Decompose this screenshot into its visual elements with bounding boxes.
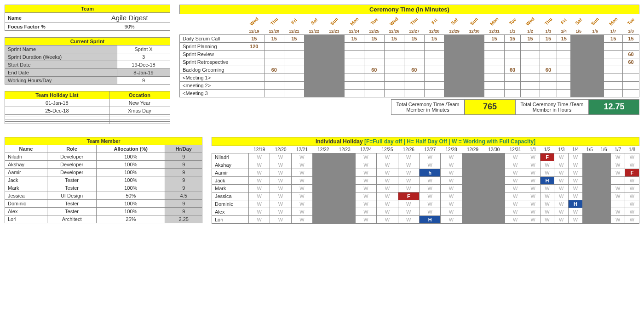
ceremony-cell[interactable]: 15 <box>284 34 305 42</box>
ceremony-cell[interactable] <box>344 66 364 74</box>
indiv-cell[interactable]: W <box>377 208 398 216</box>
indiv-cell[interactable]: W <box>611 192 625 200</box>
ceremony-cell[interactable]: 15 <box>364 34 385 42</box>
indiv-cell[interactable]: W <box>441 200 462 208</box>
indiv-cell[interactable]: W <box>355 153 376 161</box>
ceremony-cell[interactable] <box>484 50 505 58</box>
ceremony-cell[interactable] <box>304 81 324 89</box>
indiv-cell[interactable]: W <box>377 216 398 224</box>
ceremony-cell[interactable] <box>444 89 465 97</box>
ceremony-cell[interactable] <box>324 81 345 89</box>
indiv-cell[interactable]: W <box>420 208 441 216</box>
indiv-cell[interactable]: W <box>554 161 569 169</box>
indiv-cell[interactable]: W <box>355 192 376 200</box>
ceremony-cell[interactable] <box>404 42 425 50</box>
indiv-cell[interactable] <box>597 208 611 216</box>
indiv-cell[interactable] <box>334 177 355 185</box>
indiv-cell[interactable]: W <box>291 153 312 161</box>
indiv-cell[interactable]: W <box>441 177 462 185</box>
indiv-cell[interactable]: W <box>625 161 639 169</box>
ceremony-cell[interactable] <box>284 66 305 74</box>
indiv-cell[interactable] <box>483 169 505 177</box>
ceremony-cell[interactable] <box>571 89 586 97</box>
indiv-cell[interactable] <box>462 208 483 216</box>
ceremony-cell[interactable] <box>344 74 364 81</box>
indiv-cell[interactable] <box>334 208 355 216</box>
indiv-cell[interactable]: W <box>398 216 419 224</box>
ceremony-cell[interactable] <box>521 89 540 97</box>
ceremony-cell[interactable] <box>284 89 305 97</box>
indiv-cell[interactable]: W <box>569 177 583 185</box>
indiv-cell[interactable]: H <box>569 200 583 208</box>
ceremony-cell[interactable] <box>304 58 324 66</box>
indiv-cell[interactable]: W <box>398 161 419 169</box>
indiv-cell[interactable] <box>483 185 505 192</box>
ceremony-cell[interactable]: 15 <box>244 34 264 42</box>
indiv-cell[interactable]: W <box>291 169 312 177</box>
indiv-cell[interactable] <box>611 177 625 185</box>
indiv-cell[interactable]: W <box>569 153 583 161</box>
ceremony-cell[interactable] <box>384 58 404 66</box>
indiv-cell[interactable] <box>313 169 334 177</box>
indiv-cell[interactable]: W <box>270 153 291 161</box>
ceremony-cell[interactable] <box>424 50 444 58</box>
indiv-cell[interactable]: F <box>625 169 639 177</box>
indiv-cell[interactable]: W <box>291 185 312 192</box>
indiv-cell[interactable]: W <box>625 200 639 208</box>
ceremony-cell[interactable] <box>444 81 465 89</box>
indiv-cell[interactable]: W <box>441 216 462 224</box>
ceremony-cell[interactable] <box>484 81 505 89</box>
indiv-cell[interactable] <box>597 216 611 224</box>
indiv-cell[interactable]: W <box>540 200 554 208</box>
ceremony-cell[interactable] <box>521 81 540 89</box>
ceremony-cell[interactable] <box>264 89 284 97</box>
ceremony-cell[interactable] <box>464 89 484 97</box>
indiv-cell[interactable]: W <box>569 216 583 224</box>
indiv-cell[interactable]: W <box>505 177 526 185</box>
indiv-cell[interactable]: W <box>355 169 376 177</box>
ceremony-cell[interactable] <box>623 42 639 50</box>
ceremony-cell[interactable] <box>364 42 385 50</box>
indiv-cell[interactable]: W <box>249 200 270 208</box>
ceremony-cell[interactable] <box>540 42 557 50</box>
indiv-cell[interactable] <box>462 169 483 177</box>
indiv-cell[interactable] <box>313 161 334 169</box>
ceremony-cell[interactable] <box>324 66 345 74</box>
ceremony-cell[interactable] <box>384 50 404 58</box>
ceremony-cell[interactable] <box>571 58 586 66</box>
ceremony-cell[interactable] <box>604 74 623 81</box>
indiv-cell[interactable]: W <box>270 185 291 192</box>
ceremony-cell[interactable] <box>444 74 465 81</box>
indiv-cell[interactable]: W <box>249 161 270 169</box>
ceremony-cell[interactable] <box>540 89 557 97</box>
indiv-cell[interactable]: W <box>441 185 462 192</box>
indiv-cell[interactable]: W <box>625 192 639 200</box>
indiv-cell[interactable]: W <box>526 216 540 224</box>
indiv-cell[interactable] <box>462 153 483 161</box>
indiv-cell[interactable]: W <box>441 161 462 169</box>
indiv-cell[interactable]: W <box>526 161 540 169</box>
indiv-cell[interactable] <box>313 177 334 185</box>
ceremony-cell[interactable] <box>284 81 305 89</box>
ceremony-cell[interactable] <box>504 89 521 97</box>
indiv-cell[interactable] <box>483 216 505 224</box>
ceremony-cell[interactable] <box>504 50 521 58</box>
ceremony-cell[interactable] <box>344 89 364 97</box>
ceremony-cell[interactable] <box>623 89 639 97</box>
ceremony-cell[interactable] <box>586 66 604 74</box>
ceremony-cell[interactable] <box>404 81 425 89</box>
indiv-cell[interactable]: W <box>270 200 291 208</box>
indiv-cell[interactable] <box>462 177 483 185</box>
indiv-cell[interactable]: W <box>377 161 398 169</box>
ceremony-cell[interactable]: 15 <box>384 34 404 42</box>
indiv-cell[interactable] <box>313 185 334 192</box>
indiv-cell[interactable]: W <box>249 216 270 224</box>
ceremony-cell[interactable] <box>557 74 571 81</box>
indiv-cell[interactable]: W <box>270 177 291 185</box>
indiv-cell[interactable]: W <box>249 177 270 185</box>
indiv-cell[interactable]: W <box>420 185 441 192</box>
ceremony-cell[interactable] <box>324 42 345 50</box>
indiv-cell[interactable] <box>462 200 483 208</box>
indiv-cell[interactable]: W <box>249 208 270 216</box>
ceremony-cell[interactable]: 60 <box>504 66 521 74</box>
